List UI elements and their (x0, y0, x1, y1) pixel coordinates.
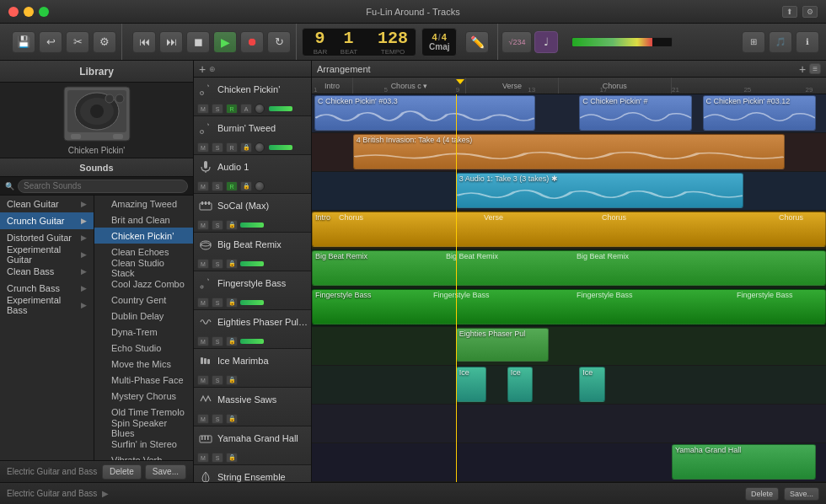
sub-item-active[interactable]: Chicken Pickin' (94, 228, 193, 244)
lock-button[interactable]: 🔒 (226, 375, 238, 385)
track-header-eighties-phaser[interactable]: Eighties Phaser Pulse M S 🔒 (194, 310, 311, 349)
delete-button[interactable]: Delete (102, 464, 142, 480)
headphone-button[interactable]: S (212, 414, 223, 424)
forward-button[interactable]: ⏭ (159, 31, 183, 53)
sub-item[interactable]: Brit and Clean (94, 212, 193, 228)
mute-button[interactable]: M (197, 142, 209, 153)
record-enable-button[interactable]: R (226, 142, 238, 153)
headphone-button[interactable]: S (212, 220, 223, 230)
clip-ice-3[interactable]: Ice (579, 367, 605, 402)
close-button[interactable] (8, 7, 19, 17)
clip-chicken-pickin-2[interactable]: C Chicken Pickin' # (579, 95, 692, 131)
save-tool-button[interactable]: 💾 (12, 31, 35, 53)
lock-button[interactable]: 🔒 (240, 142, 252, 153)
headphone-button[interactable]: S (212, 298, 223, 308)
save-button[interactable]: Save... (145, 464, 186, 480)
mute-button[interactable]: M (197, 220, 209, 230)
save-footer-button[interactable]: Save... (784, 487, 819, 501)
mute-button[interactable]: M (197, 104, 209, 114)
mixer-button[interactable]: ⊞ (742, 31, 765, 53)
minimize-button[interactable] (24, 7, 34, 17)
sub-item[interactable]: Vibrato Verb (94, 452, 193, 460)
automation-button[interactable]: A (240, 104, 252, 114)
metronome-button[interactable]: ♩ (534, 31, 558, 53)
track-header-big-beat[interactable]: Big Beat Remix M S 🔒 (194, 233, 311, 271)
headphone-button[interactable]: S (212, 142, 223, 153)
record-enable-button[interactable]: R (226, 181, 238, 191)
share-button[interactable]: ⬆ (782, 6, 797, 18)
headphone-button[interactable]: S (212, 104, 223, 114)
headphone-button[interactable]: S (212, 453, 223, 463)
sub-item[interactable]: Surfin' in Stereo (94, 436, 193, 452)
track-header-fingerstyle-bass[interactable]: Fingerstyle Bass M S 🔒 (194, 271, 311, 310)
stop-button[interactable]: ◼ (186, 31, 210, 53)
rewind-button[interactable]: ⏮ (132, 31, 156, 53)
pencil-tool[interactable]: ✏️ (465, 31, 489, 53)
lock-button[interactable]: 🔒 (240, 181, 252, 191)
settings-tool-button[interactable]: ⚙ (93, 31, 116, 53)
category-row[interactable]: Crunch Guitar ▶ (0, 212, 94, 229)
tracks-scroll[interactable]: C Chicken Pickin' #03.3 C Chicken Pickin… (312, 94, 826, 482)
track-header-burnin-tweed[interactable]: Burnin' Tweed M S R 🔒 (194, 116, 311, 155)
track-header-socal[interactable]: SoCal (Max) M S 🔒 (194, 194, 311, 233)
category-row[interactable]: Experimental Guitar ▶ (0, 246, 94, 263)
play-button[interactable]: ▶ (213, 31, 237, 53)
lock-button[interactable]: 🔒 (226, 453, 238, 463)
mute-button[interactable]: M (197, 453, 209, 463)
clip-eighties-phaser[interactable]: Eighties Phaser Pul (456, 328, 549, 362)
lock-button[interactable]: 🔒 (226, 298, 238, 308)
lock-button[interactable]: 🔒 (226, 336, 238, 346)
clip-socal[interactable]: Intro Chorus Verse Chorus Chorus (312, 212, 826, 247)
track-header-yamaha-grand[interactable]: Yamaha Grand Hall M S 🔒 (194, 426, 311, 465)
lock-button[interactable]: 🔒 (226, 220, 238, 230)
cut-button[interactable]: ✂ (66, 31, 89, 53)
inspector-button[interactable]: ℹ (796, 31, 819, 53)
fullscreen-button[interactable] (39, 7, 49, 17)
volume-knob[interactable] (255, 142, 265, 153)
sub-item[interactable]: Dyna-Trem (94, 324, 193, 340)
sub-item[interactable]: Dublin Delay (94, 308, 193, 324)
record-enable-button[interactable]: R (226, 104, 238, 114)
sub-item[interactable]: Cool Jazz Combo (94, 276, 193, 292)
mute-button[interactable]: M (197, 298, 209, 308)
record-button[interactable]: ⏺ (240, 31, 264, 53)
mute-button[interactable]: M (197, 336, 209, 346)
arrangement-options-button[interactable]: ≡ (809, 63, 821, 74)
category-row[interactable]: Distorted Guitar ▶ (0, 229, 94, 246)
headphone-button[interactable]: S (212, 375, 223, 385)
time-sig-display[interactable]: 4 / 4 Cmaj (421, 28, 457, 56)
add-track-button[interactable]: + (199, 62, 206, 76)
mute-button[interactable]: M (197, 259, 209, 269)
sub-item[interactable]: Amazing Tweed (94, 196, 193, 212)
volume-knob[interactable] (255, 181, 265, 191)
lock-button[interactable]: 🔒 (226, 414, 238, 424)
clip-audio1[interactable]: 3 Audio 1: Take 3 (3 takes) ✱ (456, 173, 744, 208)
headphone-button[interactable]: S (212, 336, 223, 346)
mute-button[interactable]: M (197, 414, 209, 424)
track-header-audio1[interactable]: Audio 1 M S R 🔒 (194, 155, 311, 194)
track-header-chicken-pickin[interactable]: Chicken Pickin' M S R A (194, 78, 311, 116)
editor-button[interactable]: 🎵 (769, 31, 792, 53)
search-input[interactable] (18, 180, 188, 193)
clip-big-beat[interactable]: Big Beat Remix Big Beat Remix Big Beat R… (312, 250, 826, 286)
track-header-string-ensemble[interactable]: String Ensemble M S 🔒 (194, 465, 311, 482)
mute-button[interactable]: M (197, 181, 209, 191)
category-row[interactable]: Experimental Bass ▶ (0, 297, 94, 314)
lock-button[interactable]: 🔒 (226, 259, 238, 269)
volume-knob[interactable] (255, 104, 265, 114)
sub-item[interactable]: Move the Mics (94, 356, 193, 372)
sub-item[interactable]: Multi-Phase Face (94, 372, 193, 388)
delete-footer-button[interactable]: Delete (745, 487, 779, 501)
mute-button[interactable]: M (197, 375, 209, 385)
sub-item[interactable]: Clean Studio Stack (94, 260, 193, 276)
clip-ice-2[interactable]: Ice (507, 367, 534, 402)
track-header-massive-saws[interactable]: Massive Saws M S 🔒 (194, 388, 311, 426)
clip-yamaha-grand[interactable]: Yamaha Grand Hall (672, 444, 816, 480)
undo-button[interactable]: ↩ (39, 31, 62, 53)
sub-item[interactable]: Country Gent (94, 292, 193, 308)
settings-button[interactable]: ⚙ (802, 6, 818, 18)
category-row[interactable]: Crunch Bass ▶ (0, 280, 94, 297)
headphone-button[interactable]: S (212, 181, 223, 191)
track-header-ice-marimba[interactable]: Ice Marimba M S 🔒 (194, 349, 311, 388)
clip-fingerstyle-bass[interactable]: Fingerstyle Bass Fingerstyle Bass Finger… (312, 289, 826, 324)
